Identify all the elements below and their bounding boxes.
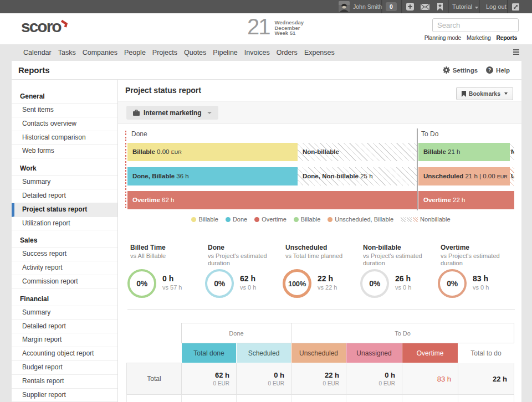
chart-bar[interactable]: Billable 0.00 EUR — [127, 143, 298, 161]
nav-item-projects[interactable]: Projects — [152, 44, 177, 61]
briefcase-icon — [133, 110, 140, 116]
kpi-value: 83 hvs 0 h — [473, 274, 489, 291]
kpi-unscheduled: Unscheduledvs Total time planned100%22 h… — [285, 244, 363, 260]
sidebar-item-detailed-report[interactable]: Detailed report — [12, 189, 117, 203]
scoro-logo[interactable]: scoro — [21, 18, 61, 35]
nav-item-tasks[interactable]: Tasks — [58, 44, 76, 61]
sidebar-item-summary[interactable]: Summary — [12, 306, 117, 320]
logo-text: scoro — [21, 17, 61, 35]
nav-item-companies[interactable]: Companies — [83, 44, 117, 61]
chart-hatch-area[interactable]: N — [510, 143, 514, 161]
main-content: Project status report Bookmarks Internet… — [118, 80, 521, 402]
kpi-hours: 22 h — [318, 274, 337, 283]
sidebar-item-success-report[interactable]: Success report — [12, 248, 117, 261]
user-avatar[interactable] — [339, 1, 350, 12]
chevron-down-icon — [504, 92, 508, 95]
sidebar-item-supplier-report[interactable]: Supplier report — [12, 389, 117, 402]
mail-icon[interactable] — [421, 4, 429, 10]
help-button[interactable]: ?Help — [486, 66, 510, 74]
kpi-done: Donevs Project's estimated duration0%62 … — [208, 244, 285, 266]
kpi-vs: vs 0 h — [240, 284, 256, 291]
nav-item-people[interactable]: People — [124, 44, 146, 61]
filter-bar: Internet marketing — [118, 101, 521, 124]
kpi-hours: 26 h — [395, 274, 411, 283]
chart-bar[interactable]: Billable 21 h — [418, 143, 510, 161]
project-filter-button[interactable]: Internet marketing — [126, 106, 218, 120]
sidebar-item-summary[interactable]: Summary — [12, 176, 117, 189]
settings-button[interactable]: Settings — [443, 66, 478, 74]
table-partial-cell — [237, 395, 291, 402]
chart-bar[interactable]: Overtime 62 h — [127, 191, 417, 209]
kpi-title: Overtime — [441, 244, 518, 251]
table-col-overtime: Overtime — [402, 343, 458, 363]
table-total-row: Total62 h0 EUR0 h0 EUR22 h0 EUR0 h0 EUR8… — [127, 363, 514, 395]
page-title: Reports — [18, 65, 50, 75]
kpi-subtitle: vs Project's estimated duration — [441, 252, 510, 266]
sidebar-item-utilization-report[interactable]: Utilization report — [12, 217, 117, 231]
bookmarks-button[interactable]: Bookmarks — [456, 87, 513, 100]
topbar-separator — [448, 0, 449, 13]
chevron-down-icon — [207, 112, 212, 114]
chart-hatch-area[interactable]: Done, Non-billable 25 h — [298, 167, 417, 185]
chart-legend: BillableDoneOvertimeBillableUnscheduled,… — [127, 216, 514, 223]
nav-item-invoices[interactable]: Invoices — [244, 44, 270, 61]
menu-icon[interactable] — [513, 49, 519, 56]
cell-value: 0 h — [346, 371, 395, 379]
sidebar-item-accounting-object-report[interactable]: Accounting object report — [12, 347, 117, 361]
header-link-planning-mode[interactable]: Planning mode — [424, 34, 461, 41]
table-value-cell: 0 h0 EUR — [346, 363, 402, 395]
report-header: Project status report Bookmarks — [118, 80, 521, 101]
chart-bar[interactable]: Overtime 22 h — [418, 191, 514, 209]
search-input[interactable] — [432, 18, 519, 32]
table-col-unassigned: Unassigned — [346, 343, 402, 363]
cell-value: 0 h — [237, 371, 284, 379]
legend-hatch-swatch — [401, 217, 418, 222]
sidebar-item-activity-report[interactable]: Activity report — [12, 261, 117, 275]
totals-table-body: DoneTo DoTotal doneScheduledUnscheduledU… — [127, 323, 514, 402]
kpi-value: 62 hvs 0 h — [240, 274, 256, 291]
sidebar-item-margin-report[interactable]: Margin report — [12, 333, 117, 347]
kpi-ring: 0% — [438, 269, 467, 298]
kpi-value: 22 hvs 22 h — [318, 274, 337, 291]
header-link-marketing[interactable]: Marketing — [467, 34, 490, 41]
chart-bar[interactable]: Done, Billable 36 h — [127, 167, 298, 185]
sidebar-item-budget-report[interactable]: Budget report — [12, 361, 117, 375]
chart-hatch-area[interactable]: Non-billable — [298, 143, 417, 161]
legend-item: Unscheduled, Billable — [328, 216, 393, 223]
tutorial-menu[interactable]: Tutorial — [452, 0, 478, 13]
report-title: Project status report — [125, 86, 201, 95]
header-link-reports[interactable]: Reports — [496, 34, 517, 41]
table-value-cell: 22 h — [458, 363, 514, 395]
nav-item-calendar[interactable]: Calendar — [23, 44, 52, 61]
date-widget[interactable]: 21 Wednesday December Week 51 — [247, 17, 304, 37]
sidebar-item-commission-report[interactable]: Commission report — [12, 275, 117, 289]
notification-badge[interactable]: 0 — [386, 2, 397, 11]
cell-value: 62 h — [182, 371, 229, 379]
sidebar-list: SummaryDetailed reportMargin reportAccou… — [12, 306, 117, 402]
sidebar-item-rentals-report[interactable]: Rentals report — [12, 375, 117, 389]
nav-list: CalendarTasksCompaniesPeopleProjectsQuot… — [0, 44, 532, 61]
nav-item-expenses[interactable]: Expenses — [304, 44, 335, 61]
user-name[interactable]: John Smith — [353, 0, 382, 13]
chart-bar[interactable]: Unscheduled 21 h | 0.00 EUR — [418, 167, 510, 185]
sidebar-item-web-forms[interactable]: Web forms — [12, 145, 117, 158]
sidebar-item-contacts-overview[interactable]: Contacts overview — [12, 117, 117, 131]
legend-label: Nonbillable — [420, 216, 450, 223]
chart-hatch-area[interactable]: U — [510, 167, 514, 185]
nav-item-quotes[interactable]: Quotes — [184, 44, 206, 61]
sidebar-item-historical-comparison[interactable]: Historical comparison — [12, 131, 117, 145]
logout-link[interactable]: Log out — [486, 0, 507, 13]
sidebar-section-title: Work — [12, 158, 117, 175]
logo-mark-icon — [61, 19, 68, 28]
expand-icon[interactable] — [512, 3, 519, 11]
bookmark-icon[interactable] — [437, 3, 443, 11]
nav-item-pipeline[interactable]: Pipeline — [213, 44, 237, 61]
sidebar-item-project-status-report[interactable]: Project status report — [12, 203, 117, 217]
sidebar-item-sent-items[interactable]: Sent items — [12, 104, 117, 117]
add-icon[interactable] — [406, 3, 414, 11]
legend-item: Billable — [294, 216, 320, 223]
status-chart: Done To Do Billable 0.00 EURNon-billable… — [127, 124, 514, 229]
sidebar-item-detailed-report[interactable]: Detailed report — [12, 320, 117, 334]
nav-item-orders[interactable]: Orders — [277, 44, 298, 61]
main-nav: CalendarTasksCompaniesPeopleProjectsQuot… — [0, 44, 532, 61]
